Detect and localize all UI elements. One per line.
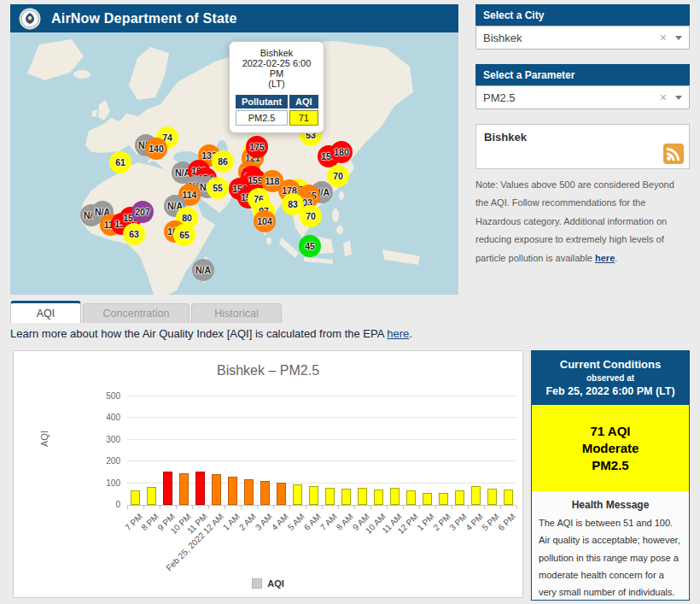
- aqi-bar[interactable]: [374, 490, 383, 505]
- tooltip-table: Pollutant AQI PM2.5 71: [234, 93, 320, 127]
- conditions-observed-at: observed at: [535, 373, 685, 383]
- aqi-bar[interactable]: [358, 488, 367, 505]
- app-header: AirNow Department of State: [10, 4, 458, 32]
- map-marker[interactable]: 45: [299, 235, 321, 257]
- legend-label: AQI: [267, 578, 284, 589]
- x-tick-label: 7 AM: [318, 512, 339, 532]
- epa-here-link[interactable]: here: [387, 327, 409, 340]
- x-tick: [500, 506, 501, 509]
- map-marker[interactable]: 70: [300, 205, 322, 227]
- x-tick: [192, 506, 193, 509]
- map-marker[interactable]: 86: [212, 150, 234, 173]
- health-message-title: Health Message: [532, 499, 689, 511]
- x-tick: [338, 506, 339, 509]
- y-axis-title: AQI: [39, 431, 50, 447]
- tab-aqi[interactable]: AQI: [10, 301, 81, 323]
- aqi-bar[interactable]: [147, 487, 156, 505]
- map-marker[interactable]: 61: [109, 151, 131, 173]
- map-marker[interactable]: 180: [330, 141, 353, 163]
- aqi-bar[interactable]: [163, 472, 172, 505]
- aqi-bar[interactable]: [309, 486, 318, 505]
- learn-more-text: Learn more about how the Air Quality Ind…: [10, 327, 412, 340]
- map-marker[interactable]: 207: [131, 201, 154, 223]
- chevron-down-icon[interactable]: [675, 96, 682, 100]
- map-marker[interactable]: 175: [246, 136, 268, 158]
- clear-city-icon[interactable]: ×: [660, 31, 667, 44]
- note-here-link[interactable]: here: [595, 253, 615, 263]
- map-marker[interactable]: 104: [254, 210, 276, 232]
- aqi-bar[interactable]: [131, 490, 140, 505]
- x-tick-label: 2 PM: [431, 512, 452, 532]
- aqi-bar[interactable]: [228, 477, 237, 505]
- gridline: [127, 439, 516, 440]
- conditions-parameter: PM2.5: [535, 458, 685, 472]
- x-tick-label: 4 AM: [270, 512, 290, 532]
- y-tick-label: 0: [95, 500, 120, 509]
- x-tick: [468, 506, 469, 509]
- aqi-world-map[interactable]: 74N/A1406113286N/A166154N/AN/A55114N/A80…: [10, 32, 458, 295]
- map-marker[interactable]: 65: [173, 224, 195, 246]
- city-select[interactable]: Bishkek ×: [475, 26, 690, 50]
- aqi-bar[interactable]: [471, 486, 481, 505]
- gridline: [127, 417, 516, 418]
- x-tick: [516, 506, 517, 509]
- clear-parameter-icon[interactable]: ×: [660, 91, 667, 104]
- map-marker[interactable]: 70: [327, 165, 349, 187]
- aqi-bar[interactable]: [487, 489, 497, 505]
- x-tick-label: 5 AM: [286, 512, 306, 532]
- map-tooltip: Bishkek 2022-02-25 6:00 PM (LT) Pollutan…: [229, 41, 324, 133]
- conditions-datetime: Feb 25, 2022 6:00 PM (LT): [535, 385, 685, 397]
- x-tick-label: 8 AM: [335, 512, 355, 532]
- current-conditions-panel: Current Conditions observed at Feb 25, 2…: [531, 350, 690, 601]
- x-tick-label: 3 AM: [254, 512, 274, 532]
- x-tick: [322, 506, 323, 509]
- parameter-select[interactable]: PM2.5 ×: [475, 85, 690, 109]
- aqi-bar[interactable]: [455, 490, 464, 505]
- x-tick-label: 5 PM: [480, 512, 500, 532]
- x-tick: [354, 506, 355, 509]
- aqi-bar[interactable]: [179, 473, 189, 505]
- aqi-bar[interactable]: [195, 472, 205, 505]
- aqi-bar[interactable]: [212, 474, 221, 505]
- x-tick-label: 4 PM: [464, 512, 484, 532]
- x-tick-label: 6 PM: [496, 512, 516, 532]
- aqi-bar[interactable]: [260, 481, 270, 505]
- aqi-bar[interactable]: [406, 490, 416, 505]
- map-marker[interactable]: 140: [145, 138, 167, 160]
- parameter-select-value: PM2.5: [483, 91, 660, 104]
- x-tick: [273, 506, 274, 509]
- chevron-down-icon[interactable]: [675, 36, 682, 40]
- feed-city-label: Bishkek: [484, 131, 681, 144]
- y-tick-label: 200: [95, 456, 120, 466]
- map-marker[interactable]: 63: [123, 223, 145, 245]
- aqi-bar[interactable]: [439, 493, 448, 505]
- rss-feed-icon[interactable]: [663, 144, 684, 164]
- learn-more-period: .: [409, 327, 412, 340]
- health-message-text: The AQI is between 51 and 100. Air quali…: [532, 514, 689, 604]
- aqi-bar[interactable]: [293, 484, 302, 505]
- y-tick-label: 500: [95, 391, 120, 401]
- x-tick: [208, 506, 209, 509]
- tab-historical[interactable]: Historical: [191, 303, 282, 323]
- gridline: [127, 460, 516, 461]
- aqi-bar[interactable]: [341, 489, 351, 505]
- x-tick: [241, 506, 242, 509]
- aqi-bar[interactable]: [504, 490, 513, 505]
- y-tick-label: 300: [95, 435, 120, 444]
- x-tick-label: 7 PM: [123, 512, 143, 532]
- aqi-bar[interactable]: [325, 488, 335, 505]
- aqi-bar[interactable]: [390, 488, 400, 505]
- x-tick: [403, 506, 404, 509]
- aqi-bar[interactable]: [277, 483, 286, 505]
- map-marker[interactable]: N/A: [192, 259, 214, 281]
- x-tick-label: 6 AM: [302, 512, 323, 532]
- x-tick: [306, 506, 306, 509]
- x-tick: [225, 506, 225, 509]
- tab-concentration[interactable]: Concentration: [83, 303, 190, 323]
- tooltip-pollutant-value: PM2.5: [236, 110, 288, 126]
- aqi-bar[interactable]: [423, 493, 432, 505]
- map-marker[interactable]: 55: [207, 177, 229, 199]
- aqi-bar[interactable]: [244, 479, 254, 505]
- chart-legend[interactable]: AQI: [14, 578, 522, 589]
- conditions-header: Current Conditions observed at Feb 25, 2…: [532, 351, 689, 405]
